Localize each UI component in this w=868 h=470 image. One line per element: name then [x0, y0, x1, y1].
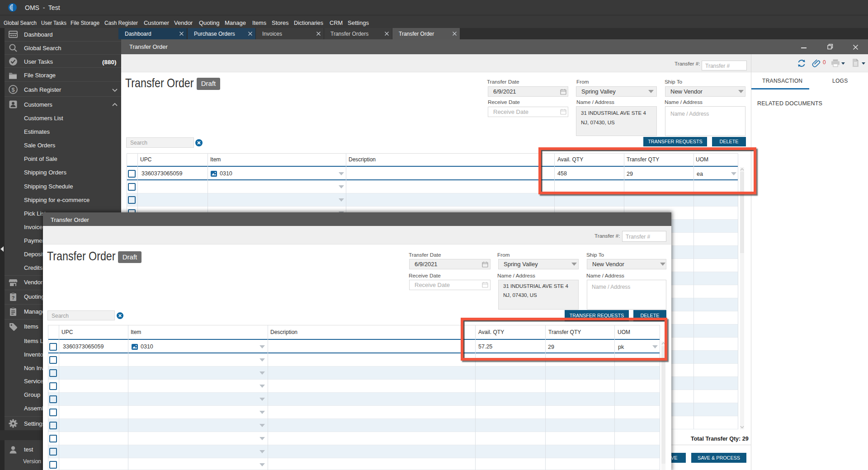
svg-text:?: ?: [12, 295, 15, 301]
svg-text:$: $: [11, 86, 15, 93]
